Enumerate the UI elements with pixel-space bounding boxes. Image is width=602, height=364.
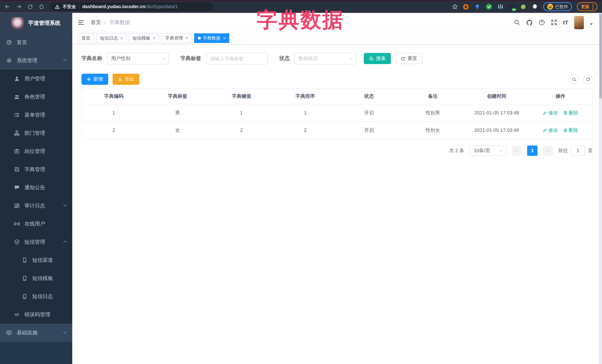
modify-link[interactable]: 修改 xyxy=(543,109,558,116)
reset-button[interactable]: 重置 xyxy=(395,53,422,64)
home-icon[interactable] xyxy=(39,4,44,10)
col-status: 状态 xyxy=(337,89,401,104)
github-icon[interactable] xyxy=(526,19,533,26)
sidebar-item-label: 岗位管理 xyxy=(24,148,45,155)
refresh-icon[interactable] xyxy=(583,74,593,84)
current-page-button[interactable]: 1 xyxy=(527,145,538,156)
scrollbar-thumb[interactable] xyxy=(599,14,602,99)
dict-label-label: 字典标签 xyxy=(180,55,201,62)
sidebar-item-online-users[interactable]: 在线用户 xyxy=(0,215,72,233)
search-button[interactable]: 搜索 xyxy=(364,53,391,64)
sidebar-item-roles[interactable]: 角色管理 xyxy=(0,88,72,106)
page-size-select[interactable]: 10条/页 xyxy=(469,145,506,156)
sidebar-item-notices[interactable]: 通知公告 xyxy=(0,178,72,197)
sidebar-item-sms[interactable]: 短信管理 xyxy=(0,233,72,251)
tag-sms-log[interactable]: 短信日志 xyxy=(96,33,127,43)
table-row[interactable]: 1 男 1 1 开启 性别男 2021-01-05 17:03:48 修改 删除 xyxy=(82,104,592,122)
close-icon[interactable] xyxy=(120,36,123,40)
extension-green-check-icon[interactable] xyxy=(485,3,492,10)
browser-profile-pill[interactable]: 已暂停 xyxy=(543,2,572,11)
audit-log-icon xyxy=(14,203,20,208)
delete-link[interactable]: 删除 xyxy=(563,109,578,116)
export-button[interactable]: 导出 xyxy=(113,74,139,85)
main-area: 首页 / 字典数据 tT 首页 短信日志 短信模板 字典管理 xyxy=(72,13,602,364)
sidebar-item-label: 错误码管理 xyxy=(24,311,50,318)
forward-icon[interactable] xyxy=(16,4,22,10)
sidebar-item-label: 首页 xyxy=(17,39,27,46)
hamburger-icon[interactable] xyxy=(78,19,85,26)
chevron-down-icon xyxy=(63,330,67,333)
browser-right-cluster: on 已暂停 更新 xyxy=(452,2,598,11)
tag-dict-data-active[interactable]: 字典数据 xyxy=(194,33,229,43)
table-row[interactable]: 2 女 2 2 开启 性别女 2021-01-05 17:03:48 修改 删除 xyxy=(82,122,592,139)
reload-icon[interactable] xyxy=(27,4,33,10)
sidebar-item-audit-log[interactable]: 审计日志 xyxy=(0,197,72,215)
font-size-icon[interactable]: tT xyxy=(563,19,568,26)
next-page-button[interactable] xyxy=(543,145,553,156)
close-icon[interactable] xyxy=(153,36,156,40)
tag-home[interactable]: 首页 xyxy=(78,33,94,43)
scrollbar[interactable] xyxy=(599,13,602,364)
gear-icon xyxy=(6,58,12,63)
sidebar-item-sms-channel[interactable]: 短信渠道 xyxy=(0,251,72,269)
delete-link[interactable]: 删除 xyxy=(563,127,578,134)
dashboard-icon xyxy=(6,40,12,45)
prev-page-button[interactable] xyxy=(512,145,522,156)
sidebar-item-departments[interactable]: 部门管理 xyxy=(0,124,72,142)
sidebar-item-sms-template[interactable]: 短信模板 xyxy=(0,269,72,287)
bookmark-star-icon[interactable] xyxy=(452,4,458,10)
sidebar-item-error-codes[interactable]: 错误码管理 xyxy=(0,305,72,324)
sidebar-item-dict[interactable]: 字典管理 xyxy=(0,160,72,178)
user-avatar[interactable] xyxy=(574,16,584,29)
modify-link[interactable]: 修改 xyxy=(543,127,558,134)
browser-update-button[interactable]: 更新 xyxy=(577,2,598,11)
browser-menu-kebab-icon[interactable] xyxy=(592,4,593,9)
extension-orange-icon[interactable] xyxy=(462,3,469,10)
toggle-search-icon[interactable] xyxy=(569,74,579,84)
sidebar-item-system[interactable]: 系统管理 xyxy=(0,52,72,70)
extensions-puzzle-icon[interactable] xyxy=(531,3,538,10)
sidebar-item-menus[interactable]: 菜单管理 xyxy=(0,106,72,124)
sidebar-item-label: 字典管理 xyxy=(24,166,45,173)
close-icon[interactable] xyxy=(223,36,226,40)
tag-sms-template[interactable]: 短信模板 xyxy=(129,33,159,43)
extension-green-plant-icon[interactable] xyxy=(520,3,527,10)
sidebar-item-posts[interactable]: 岗位管理 xyxy=(0,142,72,160)
dict-label-input[interactable] xyxy=(206,52,268,64)
chevron-up-icon xyxy=(63,59,67,63)
announcement-icon xyxy=(14,185,20,190)
dict-name-select[interactable]: 用户性别 xyxy=(107,52,169,64)
sidebar-item-label: 在线用户 xyxy=(24,220,45,227)
tag-dict-manage[interactable]: 字典管理 xyxy=(161,33,192,43)
help-icon[interactable] xyxy=(539,19,545,26)
extension-blue-gem-icon[interactable] xyxy=(474,3,481,10)
profile-badge-label: 已暂停 xyxy=(555,4,568,10)
breadcrumb-home[interactable]: 首页 xyxy=(91,19,101,26)
address-bar[interactable]: 不安全 dashboard.yudao.iocoder.cn/dict/type… xyxy=(50,2,213,11)
close-icon[interactable] xyxy=(186,36,188,40)
search-icon[interactable] xyxy=(514,19,520,26)
goto-page-input[interactable] xyxy=(571,145,585,156)
sidebar-item-home[interactable]: 首页 xyxy=(0,33,72,52)
total-count: 共 2 条 xyxy=(449,147,464,154)
sidebar-item-label: 菜单管理 xyxy=(24,112,45,118)
sidebar-item-label: 系统管理 xyxy=(17,57,37,64)
extension-stats-diamond-icon[interactable] xyxy=(497,3,504,10)
users-icon xyxy=(14,94,20,100)
sidebar-item-sms-log[interactable]: 短信日志 xyxy=(0,287,72,305)
extension-on-switch-icon[interactable]: on xyxy=(508,3,515,10)
avatar-caret-down-icon[interactable] xyxy=(590,23,593,25)
sidebar-item-users[interactable]: 用户管理 xyxy=(0,70,72,88)
sidebar-item-label: 短信模板 xyxy=(32,275,53,282)
goto-suffix: 页 xyxy=(588,147,593,154)
back-icon[interactable] xyxy=(4,4,10,10)
fullscreen-icon[interactable] xyxy=(551,19,557,26)
col-dict-sort: 字典排序 xyxy=(273,89,337,104)
sidebar-item-infrastructure[interactable]: 基础设施 xyxy=(0,324,72,342)
status-select[interactable]: 数据状态 xyxy=(294,52,356,64)
col-dict-code: 字典编码 xyxy=(82,89,146,104)
security-label: 不安全 xyxy=(63,3,76,10)
mobile-icon xyxy=(22,294,27,299)
add-button[interactable]: 新增 xyxy=(82,74,108,85)
app-logo-row[interactable]: 芋道管理系统 xyxy=(0,13,72,33)
